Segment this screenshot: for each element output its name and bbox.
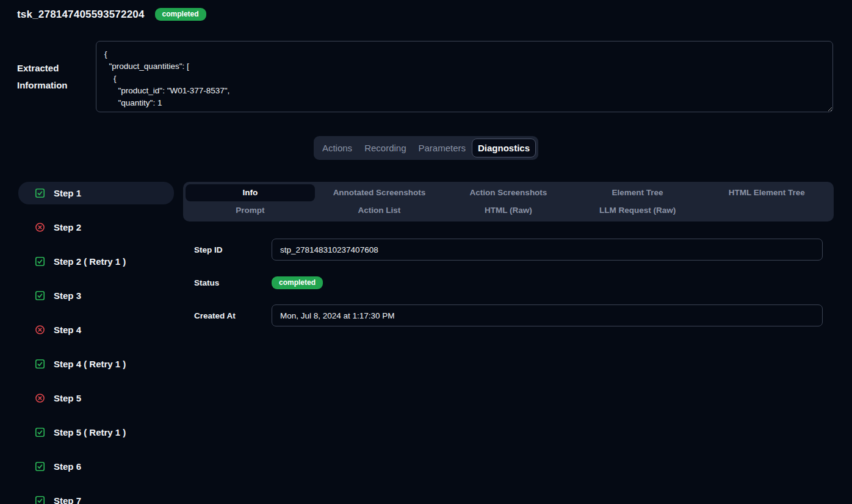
step-item-2-retry-1[interactable]: Step 2 ( Retry 1 )	[18, 250, 174, 273]
x-circle-icon	[35, 325, 45, 335]
tab-actions[interactable]: Actions	[316, 139, 358, 157]
step-label: Step 2 ( Retry 1 )	[54, 256, 126, 267]
extracted-information-section: Extracted Information { "product_quantit…	[0, 41, 852, 115]
subtab-empty-cell	[702, 202, 831, 219]
extracted-information-textarea[interactable]: { "product_quantities": [ { "product_id"…	[96, 41, 833, 112]
check-square-icon	[35, 495, 45, 504]
subtab-bar: Info Annotated Screenshots Action Screen…	[183, 182, 834, 221]
step-label: Step 4	[54, 325, 81, 335]
step-id-label: Step ID	[194, 245, 272, 254]
step-label: Step 5	[54, 393, 81, 403]
check-square-icon	[35, 359, 45, 369]
subtab-annotated-screenshots[interactable]: Annotated Screenshots	[315, 184, 444, 201]
created-at-label: Created At	[194, 311, 272, 320]
task-status-badge: completed	[155, 8, 206, 21]
status-row: Status completed	[194, 272, 823, 293]
step-item-4-retry-1[interactable]: Step 4 ( Retry 1 )	[18, 353, 174, 375]
tab-parameters[interactable]: Parameters	[413, 139, 472, 157]
step-id-row: Step ID	[194, 239, 823, 261]
check-square-icon	[35, 256, 45, 267]
step-label: Step 4 ( Retry 1 )	[54, 359, 126, 369]
task-title: tsk_278147405593572204	[17, 9, 145, 21]
subtab-info[interactable]: Info	[186, 184, 315, 201]
step-id-input[interactable]	[272, 239, 823, 261]
diagnostics-panel: Info Annotated Screenshots Action Screen…	[183, 182, 834, 504]
step-item-5[interactable]: Step 5	[18, 387, 174, 409]
x-circle-icon	[35, 393, 45, 403]
check-square-icon	[35, 461, 45, 472]
step-item-7[interactable]: Step 7	[18, 489, 174, 504]
tab-diagnostics[interactable]: Diagnostics	[472, 139, 536, 157]
step-item-5-retry-1[interactable]: Step 5 ( Retry 1 )	[18, 421, 174, 444]
subtab-action-list[interactable]: Action List	[315, 202, 444, 219]
info-fields: Step ID Status completed Created At	[183, 239, 834, 326]
step-item-3[interactable]: Step 3	[18, 284, 174, 307]
header: tsk_278147405593572204 completed	[0, 0, 852, 21]
subtab-llm-request-raw[interactable]: LLM Request (Raw)	[573, 202, 702, 219]
subtab-html-raw[interactable]: HTML (Raw)	[444, 202, 573, 219]
step-label: Step 3	[54, 290, 81, 301]
subtab-action-screenshots[interactable]: Action Screenshots	[444, 184, 573, 201]
step-item-2[interactable]: Step 2	[18, 216, 174, 239]
x-circle-icon	[35, 222, 45, 232]
check-square-icon	[35, 427, 45, 437]
check-square-icon	[35, 290, 45, 301]
main-tab-bar: Actions Recording Parameters Diagnostics	[314, 136, 538, 160]
subtab-element-tree[interactable]: Element Tree	[573, 184, 702, 201]
step-label: Step 6	[54, 461, 81, 472]
tab-recording[interactable]: Recording	[358, 139, 412, 157]
step-label: Step 5 ( Retry 1 )	[54, 427, 126, 437]
step-label: Step 1	[54, 188, 81, 198]
step-item-4[interactable]: Step 4	[18, 319, 174, 341]
check-square-icon	[35, 188, 45, 198]
subtab-html-element-tree[interactable]: HTML Element Tree	[702, 184, 831, 201]
step-item-1[interactable]: Step 1	[18, 182, 174, 204]
step-item-6[interactable]: Step 6	[18, 455, 174, 478]
step-label: Step 7	[54, 495, 81, 504]
extracted-information-label: Extracted Information	[17, 41, 96, 115]
status-label: Status	[194, 278, 272, 287]
step-label: Step 2	[54, 222, 81, 232]
steps-sidebar: Step 1 Step 2 Step 2 ( Retry 1 ) Step 3	[18, 182, 174, 504]
created-at-input[interactable]	[272, 304, 823, 326]
step-status-badge: completed	[272, 276, 323, 289]
created-at-row: Created At	[194, 304, 823, 326]
subtab-prompt[interactable]: Prompt	[186, 202, 315, 219]
